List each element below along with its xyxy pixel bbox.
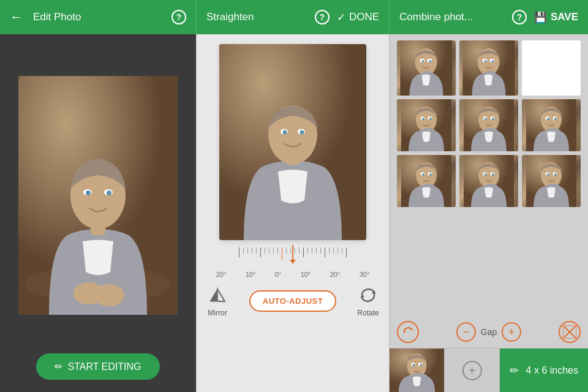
grid-row-2 <box>397 99 581 151</box>
svg-point-51 <box>492 118 494 120</box>
grid-photo <box>522 155 581 207</box>
svg-point-36 <box>484 60 487 62</box>
svg-point-37 <box>492 60 494 62</box>
svg-point-43 <box>422 118 424 120</box>
svg-point-72 <box>492 173 494 176</box>
main-content: ✏ START EDITING <box>0 34 588 392</box>
svg-point-10 <box>94 284 124 306</box>
rotate-control[interactable]: Rotate <box>357 284 379 317</box>
left-top-bar: ← Edit Photo ? <box>0 0 196 34</box>
angle-label-20l: 20° <box>216 271 227 278</box>
middle-photo-person <box>219 44 366 240</box>
start-editing-button[interactable]: ✏ START EDITING <box>36 353 159 380</box>
done-button[interactable]: ✓ DONE <box>337 11 379 24</box>
grid-photo <box>459 155 518 207</box>
svg-point-64 <box>422 173 424 176</box>
gap-decrease-button[interactable]: − <box>456 322 476 342</box>
svg-point-17 <box>283 130 287 135</box>
svg-point-8 <box>107 190 111 195</box>
svg-marker-20 <box>217 289 225 301</box>
add-photo-button-1[interactable]: + <box>445 349 500 392</box>
grid-photo <box>397 40 456 96</box>
angle-label-10r: 10° <box>301 271 311 278</box>
middle-photo-inner <box>219 44 366 240</box>
svg-point-57 <box>547 118 549 120</box>
done-label: DONE <box>349 11 379 23</box>
start-editing-label: START EDITING <box>67 361 141 372</box>
svg-point-58 <box>554 118 557 120</box>
tick <box>286 247 287 254</box>
mirror-label: Mirror <box>208 309 227 317</box>
add-icon-1: + <box>462 361 482 380</box>
auto-adjust-button[interactable]: AUTO-ADJUST <box>249 290 336 312</box>
tick <box>329 247 330 254</box>
tick <box>260 247 261 257</box>
svg-point-79 <box>554 173 557 176</box>
save-button[interactable]: 💾 SAVE <box>534 11 578 24</box>
mirror-icon <box>206 284 228 306</box>
gap-controls: − Gap + <box>390 316 588 348</box>
svg-point-90 <box>420 364 422 366</box>
right-top-bar: Combine phot... ? 💾 SAVE <box>389 0 588 34</box>
rotate-label: Rotate <box>357 309 379 317</box>
right-help-icon[interactable]: ? <box>512 10 527 24</box>
bottom-strip: + ✏ 4 x 6 inches <box>390 348 588 392</box>
ruler-labels: 20° 10° 0° 10° 20° 30° <box>206 271 379 278</box>
tick <box>256 247 257 254</box>
undo-button[interactable] <box>397 321 419 343</box>
grid-photo <box>522 99 581 151</box>
svg-point-50 <box>484 118 487 120</box>
grid-photo <box>459 99 518 151</box>
save-icon: 💾 <box>534 11 547 24</box>
grid-photo <box>397 155 456 207</box>
tick <box>337 247 338 254</box>
left-help-icon[interactable]: ? <box>172 10 186 24</box>
tick <box>239 247 239 257</box>
grid-photo <box>459 40 518 96</box>
bottom-controls: Mirror AUTO-ADJUST Rotate <box>206 278 379 322</box>
tick <box>252 247 252 254</box>
ruler-ticks <box>206 245 379 270</box>
tick <box>325 247 325 257</box>
left-photo <box>18 76 178 315</box>
svg-point-30 <box>429 60 432 62</box>
bottom-right-info: ✏ 4 x 6 inches <box>500 349 588 392</box>
angle-label-10l: 10° <box>246 271 256 278</box>
edit-size-icon[interactable]: ✏ <box>510 364 519 377</box>
tick <box>269 247 270 254</box>
svg-marker-23 <box>361 294 364 299</box>
left-panel: ✏ START EDITING <box>0 34 196 392</box>
svg-point-29 <box>422 60 424 62</box>
left-bar-title: Edit Photo <box>33 11 81 23</box>
left-photo-container <box>12 47 184 344</box>
strip-photo-thumb[interactable] <box>390 349 445 392</box>
tick <box>312 247 312 254</box>
svg-marker-19 <box>210 289 217 301</box>
mirror-control[interactable]: Mirror <box>206 284 228 317</box>
angle-label-30r: 30° <box>360 271 370 278</box>
svg-point-71 <box>484 173 487 176</box>
svg-point-18 <box>300 130 304 135</box>
svg-point-78 <box>547 173 549 176</box>
middle-top-bar: Straighten ? ✓ DONE <box>196 0 389 34</box>
gap-increase-button[interactable]: + <box>502 322 521 342</box>
done-check: ✓ <box>337 11 345 24</box>
svg-point-65 <box>429 173 432 176</box>
tick <box>333 247 334 254</box>
tick <box>277 247 278 254</box>
edit-pencil-icon: ✏ <box>55 361 62 372</box>
middle-panel: 20° 10° 0° 10° 20° 30° Mirror <box>196 34 389 392</box>
back-button[interactable]: ← <box>10 9 23 25</box>
size-label: 4 x 6 inches <box>526 365 578 376</box>
no-image-button[interactable] <box>559 321 581 343</box>
tick <box>346 247 347 257</box>
middle-bar-title: Straighten <box>206 11 254 23</box>
tick <box>290 247 291 254</box>
right-panel: − Gap + <box>389 34 588 392</box>
angle-label-20r: 20° <box>330 271 341 278</box>
middle-help-icon[interactable]: ? <box>315 10 330 24</box>
tick <box>303 247 304 257</box>
svg-point-44 <box>429 118 432 120</box>
right-bar-title: Combine phot... <box>399 11 473 23</box>
grid-photo-white <box>522 40 581 96</box>
